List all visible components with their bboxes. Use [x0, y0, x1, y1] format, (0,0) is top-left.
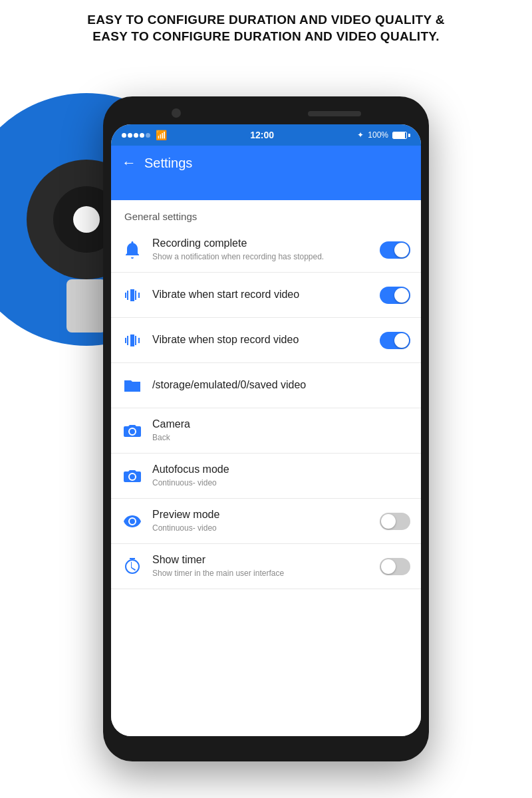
setting-title-preview: Preview mode: [152, 508, 370, 522]
header-line2: EASY TO CONFIGURE DURATION AND VIDEO QUA…: [27, 29, 505, 45]
timer-icon: [122, 558, 143, 575]
toggle-vibrate-start[interactable]: [380, 287, 410, 304]
setting-subtitle-camera: Back: [152, 433, 410, 444]
setting-subtitle-recording-complete: Show a notification when recording has s…: [152, 252, 370, 263]
setting-item-storage[interactable]: /storage/emulated/0/saved video: [111, 363, 421, 408]
page-header: EASY TO CONFIGURE DURATION AND VIDEO QUA…: [0, 0, 532, 54]
battery-icon: [392, 132, 410, 139]
header-line1: EASY TO CONFIGURE DURATION AND VIDEO QUA…: [27, 12, 505, 29]
setting-item-camera[interactable]: Camera Back: [111, 408, 421, 454]
setting-title-autofocus: Autofocus mode: [152, 463, 410, 477]
setting-title-vibrate-stop: Vibrate when stop record video: [152, 333, 370, 347]
app-bar-spacer: [111, 180, 421, 200]
folder-icon: [122, 378, 143, 393]
phone-screen: 📶 12:00 ✦ 100% ← Settings: [111, 124, 421, 736]
bell-icon: [122, 241, 143, 259]
app-bar-title: Settings: [144, 156, 192, 171]
setting-item-vibrate-start[interactable]: Vibrate when start record video: [111, 273, 421, 318]
toggle-recording-complete[interactable]: [380, 241, 410, 259]
setting-title-vibrate-start: Vibrate when start record video: [152, 288, 370, 302]
setting-subtitle-timer: Show timer in the main user interface: [152, 569, 370, 579]
setting-item-recording-complete[interactable]: Recording complete Show a notification w…: [111, 227, 421, 273]
setting-title-timer: Show timer: [152, 553, 370, 567]
camera-setting-icon: [122, 424, 143, 438]
autofocus-icon: [122, 469, 143, 483]
eye-icon: [122, 515, 143, 527]
setting-title-recording-complete: Recording complete: [152, 237, 370, 251]
setting-title-camera: Camera: [152, 418, 410, 432]
toggle-vibrate-stop[interactable]: [380, 332, 410, 349]
bluetooth-icon: ✦: [357, 130, 364, 140]
phone-notch: [111, 108, 421, 122]
setting-item-timer[interactable]: Show timer Show timer in the main user i…: [111, 544, 421, 589]
phone-frame: 📶 12:00 ✦ 100% ← Settings: [103, 96, 429, 761]
vibrate-start-icon: [122, 288, 143, 303]
toggle-preview[interactable]: [380, 513, 410, 530]
setting-item-vibrate-stop[interactable]: Vibrate when stop record video: [111, 318, 421, 363]
setting-subtitle-autofocus: Continuous- video: [152, 478, 410, 489]
phone-speaker: [308, 111, 361, 116]
setting-title-storage: /storage/emulated/0/saved video: [152, 378, 410, 392]
setting-subtitle-preview: Continuous- video: [152, 523, 370, 534]
status-time: 12:00: [250, 130, 274, 140]
vibrate-stop-icon: [122, 333, 143, 348]
svg-point-0: [136, 473, 138, 475]
wifi-icon: 📶: [156, 130, 167, 140]
settings-content: General settings Recording complete Show…: [111, 200, 421, 736]
toggle-timer[interactable]: [380, 558, 410, 575]
signal-dots: [122, 133, 150, 138]
battery-percent: 100%: [368, 130, 388, 140]
status-bar: 📶 12:00 ✦ 100%: [111, 124, 421, 146]
section-header: General settings: [111, 200, 421, 227]
setting-item-preview[interactable]: Preview mode Continuous- video: [111, 499, 421, 544]
back-button[interactable]: ←: [122, 154, 136, 172]
app-bar: ← Settings: [111, 146, 421, 180]
front-camera: [172, 108, 181, 118]
setting-item-autofocus[interactable]: Autofocus mode Continuous- video: [111, 454, 421, 499]
